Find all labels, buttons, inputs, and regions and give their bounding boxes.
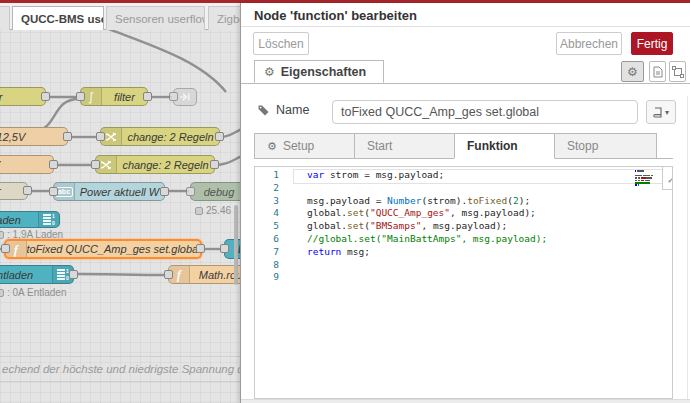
- appearance-view-button[interactable]: [669, 61, 686, 82]
- flow-node-batt-125[interactable]: erie <12,5V: [0, 127, 68, 146]
- node-port: [164, 270, 173, 279]
- tab-label: Stopp: [567, 139, 598, 153]
- appearance-icon: [672, 66, 684, 78]
- edit-tray-title: Node 'function' bearbeiten: [254, 8, 417, 23]
- done-button[interactable]: Fertig: [631, 32, 673, 55]
- node-port: [69, 270, 78, 279]
- flow-node-batt-118[interactable]: <11,8V: [0, 155, 54, 174]
- minimap[interactable]: [635, 170, 661, 192]
- flow-tab-partial[interactable]: [0, 6, 10, 30]
- tab-properties[interactable]: ⚙ Eigenschaften: [254, 60, 384, 83]
- node-port: [215, 132, 224, 141]
- flow-tab-qucc-bms[interactable]: QUCC-BMS userfl: [12, 6, 104, 30]
- code-line[interactable]: 3msg.payload = Number(strom).toFixed(2);: [255, 195, 672, 208]
- tab-start[interactable]: Start: [354, 133, 455, 159]
- node-port: [76, 92, 85, 101]
- line-number: 9: [255, 271, 285, 284]
- done-button-label: Fertig: [637, 37, 668, 51]
- node-port: [49, 187, 58, 196]
- library-button[interactable]: ▾: [646, 100, 676, 124]
- node-port: [91, 160, 100, 169]
- node-port: [210, 160, 219, 169]
- node-port: [160, 187, 169, 196]
- tab-label: Setup: [283, 139, 314, 153]
- code-line[interactable]: 9: [255, 271, 672, 284]
- workspace-scrollbar-thumb[interactable]: [234, 205, 238, 285]
- flow-node-debug[interactable]: debug: [190, 182, 240, 201]
- node-port: [49, 160, 58, 169]
- flow-node-tofixed-function[interactable]: f toFixed QUCC_Amp_ges set.global: [4, 239, 202, 259]
- expand-editor-button[interactable]: [662, 167, 673, 190]
- code-line[interactable]: 5global.set("BMSamps", msg.payload);: [255, 220, 672, 233]
- flow-comment-text: echend der höchste und niedrigste Spannu…: [0, 363, 240, 375]
- name-field-label: Name: [258, 103, 309, 117]
- delete-button-label: Löschen: [258, 37, 303, 51]
- flow-node-er[interactable]: er: [0, 182, 28, 200]
- tab-funktion[interactable]: Funktion: [454, 133, 555, 159]
- code-line[interactable]: 6//global.set("MainBattAmps", msg.payloa…: [255, 233, 672, 246]
- tab-properties-label: Eigenschaften: [281, 65, 366, 79]
- node-port: [23, 186, 32, 195]
- gauge-icon: 10: [38, 212, 59, 227]
- node-port: [1, 244, 10, 253]
- code-lines[interactable]: 1var strom = msg.payload;23msg.payload =…: [255, 169, 672, 284]
- description-view-button[interactable]: [649, 61, 666, 82]
- flow-node-change-2[interactable]: change: 2 Regeln: [95, 155, 215, 174]
- flow-node-laden[interactable]: Laden 10: [0, 211, 60, 228]
- code-line[interactable]: 8: [255, 259, 672, 272]
- edit-tray: Node 'function' bearbeiten Löschen Abbre…: [240, 3, 690, 403]
- node-label: change: 2 Regeln: [122, 128, 219, 145]
- cancel-button[interactable]: Abbrechen: [556, 32, 622, 55]
- node-port: [41, 92, 50, 101]
- status-text: 25.46: [206, 205, 231, 216]
- delete-button[interactable]: Löschen: [253, 32, 309, 55]
- code-line[interactable]: 1var strom = msg.payload;: [255, 169, 672, 182]
- properties-view-button[interactable]: ⚙: [621, 61, 644, 82]
- gear-icon: ⚙: [267, 141, 277, 152]
- divider: [241, 83, 690, 84]
- node-port: [220, 244, 229, 253]
- node-label: debug: [191, 183, 240, 200]
- node-status-entladen: : 0A Entladen: [0, 287, 67, 298]
- node-port: [96, 132, 105, 141]
- flow-node-link-out[interactable]: [173, 88, 197, 106]
- line-number: 7: [255, 246, 285, 259]
- gear-icon: ⚙: [264, 66, 275, 78]
- flow-node-filter-1[interactable]: filter: [0, 87, 46, 106]
- flow-node-mathround-function[interactable]: f Math.roun: [168, 265, 240, 284]
- status-dot: [0, 289, 4, 297]
- chevron-down-icon: ▾: [665, 108, 669, 117]
- tab-stopp[interactable]: Stopp: [554, 133, 657, 159]
- flow-canvas[interactable]: filter ∫ filter erie <12,5V change: 2 Re…: [0, 30, 240, 403]
- flow-tab-sensoren[interactable]: Sensoren userflow: [106, 6, 205, 30]
- function-tabbar: ⚙ Setup Start Funktion Stopp: [254, 133, 673, 159]
- line-number: 8: [255, 259, 285, 272]
- book-icon: [653, 107, 663, 118]
- node-label: <11,8V: [0, 156, 53, 173]
- tab-setup[interactable]: ⚙ Setup: [254, 133, 355, 159]
- tag-icon: [258, 105, 269, 116]
- flow-node-filter-2[interactable]: ∫ filter: [80, 87, 148, 106]
- code-editor[interactable]: 1var strom = msg.payload;23msg.payload =…: [254, 166, 673, 399]
- node-label: filter: [102, 88, 147, 105]
- name-input[interactable]: [332, 100, 638, 124]
- node-port: [143, 92, 152, 101]
- code-line[interactable]: 7return msg;: [255, 246, 672, 259]
- flow-node-entladen[interactable]: Entladen 10: [0, 265, 74, 284]
- node-label: filter: [0, 88, 45, 105]
- node-port: [186, 187, 195, 196]
- gear-icon: ⚙: [627, 66, 638, 78]
- node-port: [63, 132, 72, 141]
- flow-node-change-1[interactable]: change: 2 Regeln: [100, 127, 220, 146]
- code-line[interactable]: 2: [255, 182, 672, 195]
- tab-label: Start: [367, 139, 392, 153]
- tab-label: Funktion: [467, 139, 518, 153]
- flow-node-power-text[interactable]: abc Power aktuell W: [53, 182, 165, 201]
- node-label: toFixed QUCC_Amp_ges set.global: [27, 241, 200, 257]
- node-label: Power aktuell W: [75, 183, 164, 200]
- status-text: : 0A Entladen: [7, 287, 67, 298]
- code-line[interactable]: 4global.set("QUCC_Amp_ges", msg.payload)…: [255, 207, 672, 220]
- line-number: 1: [255, 169, 285, 182]
- line-number: 3: [255, 195, 285, 208]
- tray-footer: [241, 399, 690, 403]
